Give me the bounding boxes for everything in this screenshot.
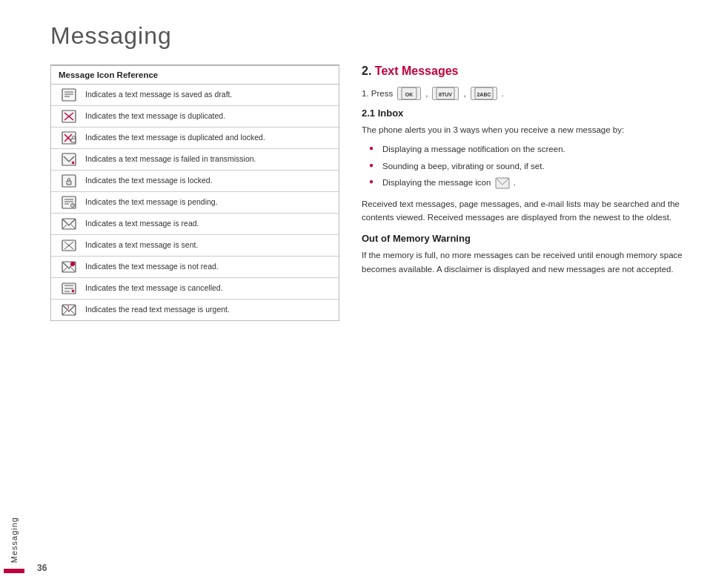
inbox-body2: Received text messages, page messages, a… [362, 197, 685, 225]
svg-text:2ABC: 2ABC [477, 92, 491, 97]
sidebar: Messaging [0, 0, 28, 588]
icon-row: Indicates a text message is read. [51, 214, 339, 235]
page-number: 36 [37, 563, 47, 573]
icon-table-header: Message Icon Reference [51, 66, 339, 85]
sent-desc: Indicates a text message is sent. [79, 240, 198, 251]
oom-body: If the memory is full, no more messages … [362, 248, 685, 276]
draft-desc: Indicates a text message is saved as dra… [79, 90, 232, 100]
pending-desc: Indicates the text message is pending. [79, 197, 218, 208]
draft-icon [59, 88, 79, 102]
step1-period: . [502, 89, 504, 98]
right-column: 2. Text Messages 1. Press OK , 8TUV [362, 65, 685, 573]
ok-key-icon: OK [397, 87, 421, 100]
press-row: 1. Press OK , 8TUV , [362, 87, 685, 100]
icon-table: Message Icon Reference Indicates a text … [50, 65, 339, 321]
icon-row: Indicates the text message is pending. [51, 192, 339, 214]
main-content: Messaging Message Icon Reference [28, 0, 707, 588]
svg-text:8TUV: 8TUV [439, 92, 452, 97]
pending-icon [59, 196, 79, 209]
cancelled-icon [59, 282, 79, 295]
dup-locked-icon [59, 131, 79, 145]
section-number: 2. [362, 65, 375, 77]
svg-point-32 [70, 262, 75, 266]
icon-row: Indicates a text message is sent. [51, 235, 339, 257]
2abc-key-icon: 2ABC [471, 87, 497, 100]
svg-rect-10 [71, 139, 76, 142]
inbox-title: 2.1 Inbox [362, 108, 685, 119]
svg-rect-15 [67, 181, 71, 185]
icon-reference-section: Message Icon Reference Indicates a text … [50, 65, 339, 573]
icon-row: Indicates the text message is locked. [51, 171, 339, 192]
sidebar-label: Messaging [10, 517, 19, 563]
icon-row: ! Indicates the read text message is urg… [51, 300, 339, 320]
svg-text:!: ! [67, 305, 69, 310]
svg-text:OK: OK [405, 92, 414, 97]
icon-row: Indicates a text message is failed in tr… [51, 149, 339, 171]
icon-row: Indicates the text message is not read. [51, 257, 339, 278]
failed-desc: Indicates a text message is failed in tr… [79, 154, 256, 165]
urgent-icon: ! [59, 303, 79, 317]
sep1: , [425, 89, 428, 98]
not-read-desc: Indicates the text message is not read. [79, 262, 219, 272]
sent-icon [59, 239, 79, 252]
oom-title: Out of Memory Warning [362, 233, 685, 244]
icon-row: Indicates the text message is duplicated… [51, 106, 339, 128]
page-title: Messaging [50, 22, 685, 50]
cancelled-desc: Indicates the text message is cancelled. [79, 283, 223, 294]
sidebar-accent-bar [4, 569, 24, 573]
bullet-list: Displaying a message notification on the… [369, 142, 685, 189]
inbox-body1: The phone alerts you in 3 ways when you … [362, 123, 685, 136]
icon-row: Indicates a text message is saved as dra… [51, 85, 339, 106]
sep2: , [463, 89, 465, 98]
locked-desc: Indicates the text message is locked. [79, 176, 213, 186]
duplicated-icon [59, 110, 79, 123]
step1-label: 1. Press [362, 89, 393, 98]
section-header: 2. Text Messages [362, 65, 685, 78]
failed-icon [59, 153, 79, 166]
not-read-icon [59, 260, 79, 274]
section-title: Text Messages [375, 65, 459, 77]
bullet-item: Displaying a message notification on the… [369, 142, 685, 156]
duplicated-desc: Indicates the text message is duplicated… [79, 111, 225, 122]
urgent-desc: Indicates the read text message is urgen… [79, 305, 230, 315]
icon-row: Indicates the text message is cancelled. [51, 278, 339, 300]
8tuv-key-icon: 8TUV [432, 87, 459, 100]
icon-row: Indicates the text message is duplicated… [51, 128, 339, 149]
bullet-item: Sounding a beep, vibrating or sound, if … [369, 159, 685, 173]
bullet-item: Displaying the message icon . [369, 176, 685, 189]
dup-locked-desc: Indicates the text message is duplicated… [79, 133, 265, 143]
content-body: Message Icon Reference Indicates a text … [50, 65, 685, 573]
svg-rect-0 [62, 89, 76, 101]
locked-icon [59, 174, 79, 188]
read-icon [59, 217, 79, 231]
read-desc: Indicates a text message is read. [79, 219, 199, 229]
